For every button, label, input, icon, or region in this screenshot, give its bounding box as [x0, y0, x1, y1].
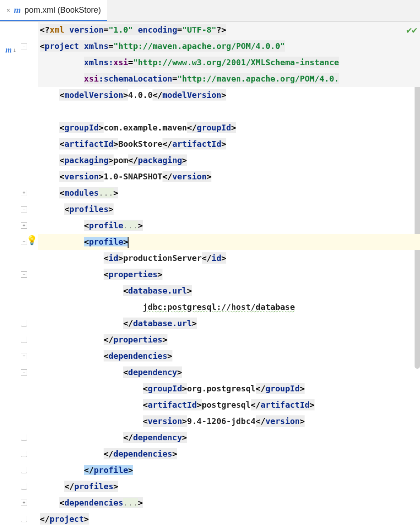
code-line-current[interactable]: <profile>: [38, 234, 420, 250]
fold-toggle[interactable]: [21, 190, 27, 196]
fold-toggle[interactable]: [21, 369, 27, 376]
code-line[interactable]: <?xml version="1.0" encoding="UTF-8"?>: [38, 22, 420, 38]
code-line[interactable]: </dependency>: [38, 429, 420, 446]
fold-end: [21, 467, 27, 473]
code-line[interactable]: <profiles>: [38, 201, 420, 217]
code-line[interactable]: <modelVersion>4.0.0</modelVersion>: [38, 87, 420, 103]
fold-end: [21, 483, 27, 490]
maven-icon: m: [14, 5, 21, 15]
code-line[interactable]: <packaging>pom</packaging>: [38, 152, 420, 169]
maven-gutter-icon[interactable]: m: [5, 45, 12, 55]
fold-end: [21, 451, 27, 457]
fold-gutter: 💡: [20, 22, 38, 530]
code-editor[interactable]: <?xml version="1.0" encoding="UTF-8"?> <…: [38, 22, 420, 530]
tab-pom-xml[interactable]: ✕ m pom.xml (BookStore): [0, 0, 107, 21]
code-line[interactable]: <modules...>: [38, 185, 420, 201]
fold-end: [21, 516, 27, 522]
inspection-ok-icon[interactable]: ✔✔: [406, 24, 417, 35]
code-line[interactable]: </profile>: [38, 462, 420, 478]
code-line[interactable]: <dependencies...>: [38, 495, 420, 511]
fold-toggle[interactable]: [21, 222, 27, 229]
close-icon[interactable]: ✕: [6, 6, 10, 14]
code-line[interactable]: </properties>: [38, 332, 420, 348]
code-line[interactable]: <dependencies>: [38, 348, 420, 364]
arrow-down-icon: ↓: [13, 46, 16, 53]
tab-label: pom.xml (BookStore): [24, 5, 101, 15]
fold-toggle[interactable]: [21, 43, 27, 49]
intention-bulb-icon[interactable]: 💡: [26, 235, 38, 246]
code-line[interactable]: </profiles>: [38, 478, 420, 495]
fold-toggle[interactable]: [21, 271, 27, 278]
code-line[interactable]: [38, 103, 420, 120]
editor-area: m ↓ 💡 <?xml version="1.0" encoding="UTF-…: [0, 22, 420, 530]
fold-end: [21, 337, 27, 343]
code-line[interactable]: xmlns:xsi="http://www.w3.org/2001/XMLSch…: [38, 54, 420, 71]
code-line[interactable]: </project>: [38, 511, 420, 527]
fold-toggle[interactable]: [21, 206, 27, 212]
code-line[interactable]: <groupId>com.example.maven</groupId>: [38, 120, 420, 136]
code-line[interactable]: <artifactId>BookStore</artifactId>: [38, 136, 420, 152]
code-line[interactable]: xsi:schemaLocation="http://maven.apache.…: [38, 71, 420, 87]
code-line[interactable]: <version>9.4-1206-jdbc4</version>: [38, 413, 420, 429]
fold-toggle[interactable]: [21, 353, 27, 359]
fold-end: [21, 434, 27, 441]
fold-toggle[interactable]: [21, 500, 27, 506]
code-line[interactable]: <project xmlns="http://maven.apache.org/…: [38, 38, 420, 54]
code-line[interactable]: </database.url>: [38, 315, 420, 332]
code-line[interactable]: <database.url>: [38, 283, 420, 299]
gutter-left: m ↓: [0, 22, 20, 530]
code-line[interactable]: <groupId>org.postgresql</groupId>: [38, 381, 420, 397]
code-line[interactable]: <id>productionServer</id>: [38, 250, 420, 266]
code-line[interactable]: <properties>: [38, 266, 420, 283]
code-line[interactable]: <dependency>: [38, 364, 420, 381]
code-line[interactable]: <version>1.0-SNAPSHOT</version>: [38, 169, 420, 185]
tab-bar: ✕ m pom.xml (BookStore): [0, 0, 420, 22]
code-line[interactable]: jdbc:postgresql://host/database: [38, 299, 420, 315]
code-line[interactable]: </dependencies>: [38, 446, 420, 462]
code-line[interactable]: <profile...>: [38, 217, 420, 234]
fold-end: [21, 320, 27, 327]
code-line[interactable]: <artifactId>postgresql</artifactId>: [38, 397, 420, 413]
